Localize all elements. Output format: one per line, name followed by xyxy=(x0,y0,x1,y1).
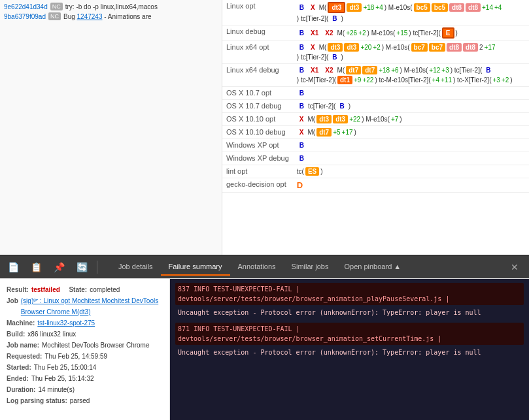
log-line-1-fail: 837 INFO TEST-UNEXPECTED-FAIL | devtools… xyxy=(175,283,524,305)
x-badge[interactable]: X xyxy=(308,43,318,52)
dt8-badge-1[interactable]: dt8 xyxy=(449,3,464,12)
ended-label: Ended: xyxy=(7,373,29,384)
bc5-badge-2[interactable]: bc5 xyxy=(432,3,448,12)
tab-similar-jobs[interactable]: Similar jobs xyxy=(284,259,337,276)
b-badge[interactable]: B xyxy=(297,141,307,150)
platform-linux-x64-debug: Linux x64 debug xyxy=(222,64,293,87)
dt3-badge[interactable]: dt3 xyxy=(333,115,348,123)
platform-linux-x64-opt: Linux x64 opt xyxy=(222,41,293,64)
ended-row: Ended: Thu Feb 25, 15:14:32 xyxy=(7,373,163,384)
build-row: Build: x86 linux32 linux xyxy=(7,329,163,340)
platform-osx-107-opt: OS X 10.7 opt xyxy=(222,87,293,100)
file-icon[interactable]: 📄 xyxy=(5,259,22,275)
b-tier2[interactable]: B xyxy=(330,14,339,23)
bc5-badge-1[interactable]: bc5 xyxy=(414,3,430,12)
job-value[interactable]: (sig)ᵍʳ : Linux opt Mochitest Mochitest … xyxy=(21,295,163,317)
commit-hash-2[interactable]: 9ba6379f09ad xyxy=(4,13,46,20)
result-row: Result: testfailed State: completed xyxy=(7,284,163,295)
table-row: OS X 10.10 opt X M( dt3 dt3 +22 ) M-e10s… xyxy=(222,113,529,126)
b-tier2[interactable]: B xyxy=(337,102,347,110)
bc7-badge-2[interactable]: bc7 xyxy=(429,43,445,52)
jobname-value: Mochitest DevTools Browser Chrome xyxy=(42,340,150,351)
started-value: Thu Feb 25, 15:00:14 xyxy=(34,362,97,373)
dt1-badge[interactable]: dt1 xyxy=(337,76,352,84)
x2-badge[interactable]: X2 xyxy=(322,29,335,37)
b-badge[interactable]: B xyxy=(297,154,307,163)
b-badge[interactable]: B xyxy=(297,43,307,52)
b-tier2[interactable]: B xyxy=(483,66,493,74)
result-lint-opt: tc( ES ) xyxy=(293,165,529,178)
dt3-badge[interactable]: dt3 xyxy=(316,115,332,123)
result-winxp-opt: B xyxy=(293,139,529,152)
b-badge[interactable]: B xyxy=(297,102,307,110)
tab-open-pinboard[interactable]: Open pinboard ▲ xyxy=(336,259,409,276)
log-panel: 837 INFO TEST-UNEXPECTED-FAIL | devtools… xyxy=(170,279,529,420)
dt7-badge[interactable]: dt7 xyxy=(316,128,332,137)
log-block-1: 837 INFO TEST-UNEXPECTED-FAIL | devtools… xyxy=(175,283,524,319)
result-linux-debug: B X1 X2 M( +26 +2 ) M-e10s( +15 ) tc[Tie… xyxy=(293,25,529,41)
close-button[interactable]: ✕ xyxy=(505,259,524,275)
platform-lint-opt: lint opt xyxy=(222,165,293,178)
x-badge[interactable]: X xyxy=(308,3,318,12)
tab-job-details[interactable]: Job details xyxy=(111,259,161,276)
clipboard-icon[interactable]: 📋 xyxy=(28,259,44,275)
log-line-2-fail: 871 INFO TEST-UNEXPECTED-FAIL | devtools… xyxy=(175,323,524,345)
dt8-badge-2[interactable]: dt8 xyxy=(466,3,481,12)
dt3-badge[interactable]: dt3 xyxy=(328,43,343,52)
platform-linux-debug: Linux debug xyxy=(222,25,293,41)
table-row: OS X 10.7 opt B xyxy=(222,87,529,100)
log-line-2-err: Uncaught exception - Protocol error (unk… xyxy=(175,346,524,359)
dt3-badge[interactable]: dt3 xyxy=(344,43,359,52)
logparsing-value: parsed xyxy=(70,395,90,406)
b-badge[interactable]: B xyxy=(297,29,307,37)
started-row: Started: Thu Feb 25, 15:00:14 xyxy=(7,362,163,373)
refresh-icon[interactable]: 🔄 xyxy=(74,259,90,275)
bug-link[interactable]: 1247243 xyxy=(77,13,103,20)
dt3-badge-2[interactable]: dt3 xyxy=(347,3,362,12)
b-tier2[interactable]: B xyxy=(330,53,339,61)
dt3-badge-1[interactable]: dt3 xyxy=(328,2,345,13)
requested-value: Thu Feb 25, 14:59:59 xyxy=(44,351,107,362)
result-osx-107-debug: B tc[Tier-2]( B ) xyxy=(293,100,529,113)
table-row: OS X 10.10 debug X M( dt7 +5 +17 ) xyxy=(222,126,529,139)
b-badge[interactable]: B xyxy=(297,89,307,97)
tab-failure-summary[interactable]: Failure summary xyxy=(161,259,230,276)
toolbar-separator xyxy=(97,261,97,274)
e-badge[interactable]: E xyxy=(442,27,454,39)
x1-badge[interactable]: X1 xyxy=(308,66,321,74)
job-row: Job (sig)ᵍʳ : Linux opt Mochitest Mochit… xyxy=(7,295,163,317)
platform-gecko-decision: gecko-decision opt xyxy=(222,178,293,193)
x1-badge[interactable]: X1 xyxy=(308,29,321,37)
b-badge[interactable]: B xyxy=(297,66,307,74)
es-badge[interactable]: ES xyxy=(305,167,319,176)
pin-icon[interactable]: 📌 xyxy=(51,259,67,275)
table-row: Linux x64 debug B X1 X2 M( dt7 dt7 +18 +… xyxy=(222,64,529,87)
bc7-badge-1[interactable]: bc7 xyxy=(411,43,428,52)
state-label: State: xyxy=(69,284,87,295)
d-badge[interactable]: D xyxy=(297,180,303,190)
dt7-badge-2[interactable]: dt7 xyxy=(362,66,377,74)
nc-badge-1: NC xyxy=(50,3,63,10)
commit-hash-1[interactable]: 9e622d41d34d xyxy=(4,3,48,10)
dt8-badge[interactable]: dt8 xyxy=(447,43,462,52)
dt7-badge-1[interactable]: dt7 xyxy=(346,66,361,74)
logparsing-label: Log parsing status: xyxy=(7,395,67,406)
tab-annotations[interactable]: Annotations xyxy=(230,259,284,276)
result-osx-1010-opt: X M( dt3 dt3 +22 ) M-e10s( +7 ) xyxy=(293,113,529,126)
machine-value[interactable]: tst-linux32-spot-275 xyxy=(37,317,95,329)
right-panel: Linux opt B X M( dt3 dt3 +18 +4 ) M-e10s… xyxy=(222,0,529,255)
table-row: OS X 10.7 debug B tc[Tier-2]( B ) xyxy=(222,100,529,113)
commit-msg-2: Bug 1247243 - Animations are xyxy=(63,13,152,20)
log-block-2: 871 INFO TEST-UNEXPECTED-FAIL | devtools… xyxy=(175,323,524,359)
platform-winxp-debug: Windows XP debug xyxy=(222,152,293,165)
dt8-badge[interactable]: dt8 xyxy=(463,43,478,52)
x2-badge[interactable]: X2 xyxy=(322,66,335,74)
machine-row: Machine: tst-linux32-spot-275 xyxy=(7,317,163,329)
b-badge[interactable]: B xyxy=(297,3,307,12)
x-badge[interactable]: X xyxy=(297,115,307,123)
x-badge[interactable]: X xyxy=(297,128,307,137)
platform-osx-1010-debug: OS X 10.10 debug xyxy=(222,126,293,139)
details-panel: Result: testfailed State: completed Job … xyxy=(0,278,529,420)
duration-label: Duration: xyxy=(7,384,35,395)
build-value: x86 linux32 linux xyxy=(27,329,76,340)
